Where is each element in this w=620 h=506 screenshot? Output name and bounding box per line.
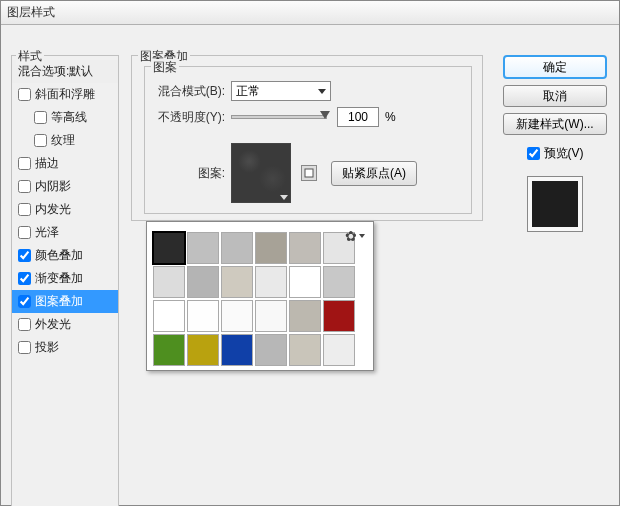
pattern-subgroup: 图案 混合模式(B): 正常 不透明度(Y): 100 % bbox=[144, 66, 472, 214]
styles-panel: 样式 混合选项:默认 斜面和浮雕等高线纹理描边内阴影内发光光泽颜色叠加渐变叠加图… bbox=[11, 55, 119, 506]
chevron-down-icon bbox=[280, 195, 288, 200]
pattern-swatch-item[interactable] bbox=[153, 300, 185, 332]
preview-checkbox-row[interactable]: 预览(V) bbox=[527, 145, 584, 162]
opacity-label: 不透明度(Y): bbox=[145, 109, 225, 126]
style-item-5[interactable]: 内发光 bbox=[12, 198, 118, 221]
slider-thumb-icon[interactable] bbox=[320, 111, 330, 119]
style-item-6[interactable]: 光泽 bbox=[12, 221, 118, 244]
preview-thumbnail-image bbox=[532, 181, 578, 227]
style-checkbox[interactable] bbox=[18, 203, 31, 216]
pattern-swatch-item[interactable] bbox=[255, 266, 287, 298]
gear-icon[interactable]: ✿ bbox=[345, 228, 365, 244]
style-item-label: 颜色叠加 bbox=[35, 247, 83, 264]
styles-label: 样式 bbox=[16, 48, 44, 65]
style-checkbox[interactable] bbox=[18, 249, 31, 262]
titlebar[interactable]: 图层样式 bbox=[1, 1, 619, 25]
pattern-swatch-item[interactable] bbox=[221, 334, 253, 366]
style-item-4[interactable]: 内阴影 bbox=[12, 175, 118, 198]
ok-button[interactable]: 确定 bbox=[503, 55, 607, 79]
style-item-label: 纹理 bbox=[51, 132, 75, 149]
pattern-swatch-item[interactable] bbox=[255, 232, 287, 264]
style-item-label: 描边 bbox=[35, 155, 59, 172]
style-checkbox[interactable] bbox=[18, 157, 31, 170]
pattern-swatch-item[interactable] bbox=[187, 232, 219, 264]
pattern-swatch-item[interactable] bbox=[289, 300, 321, 332]
new-preset-icon[interactable] bbox=[301, 165, 317, 181]
pattern-title-label: 图案: bbox=[145, 165, 225, 182]
style-item-3[interactable]: 描边 bbox=[12, 152, 118, 175]
style-item-label: 内发光 bbox=[35, 201, 71, 218]
pattern-overlay-group: 图案叠加 图案 混合模式(B): 正常 不透明度(Y): 100 % bbox=[131, 55, 483, 221]
pattern-swatch-item[interactable] bbox=[323, 334, 355, 366]
pattern-swatch-item[interactable] bbox=[187, 300, 219, 332]
window-title: 图层样式 bbox=[7, 4, 55, 21]
snap-origin-button[interactable]: 贴紧原点(A) bbox=[331, 161, 417, 186]
style-item-2[interactable]: 纹理 bbox=[12, 129, 118, 152]
pattern-swatch-item[interactable] bbox=[289, 266, 321, 298]
styles-list: 混合选项:默认 斜面和浮雕等高线纹理描边内阴影内发光光泽颜色叠加渐变叠加图案叠加… bbox=[12, 56, 118, 363]
style-item-11[interactable]: 投影 bbox=[12, 336, 118, 359]
preview-label: 预览(V) bbox=[544, 145, 584, 162]
style-checkbox[interactable] bbox=[18, 180, 31, 193]
style-item-label: 图案叠加 bbox=[35, 293, 83, 310]
style-checkbox[interactable] bbox=[18, 226, 31, 239]
pattern-swatch-item[interactable] bbox=[153, 334, 185, 366]
pattern-swatch-item[interactable] bbox=[187, 266, 219, 298]
style-item-8[interactable]: 渐变叠加 bbox=[12, 267, 118, 290]
pattern-subgroup-label: 图案 bbox=[151, 59, 179, 76]
blending-options-label: 混合选项:默认 bbox=[18, 63, 93, 80]
pattern-swatch-item[interactable] bbox=[187, 334, 219, 366]
layer-style-dialog: 图层样式 样式 混合选项:默认 斜面和浮雕等高线纹理描边内阴影内发光光泽颜色叠加… bbox=[0, 0, 620, 506]
style-checkbox[interactable] bbox=[18, 341, 31, 354]
style-item-10[interactable]: 外发光 bbox=[12, 313, 118, 336]
style-checkbox[interactable] bbox=[34, 111, 47, 124]
style-checkbox[interactable] bbox=[18, 318, 31, 331]
cancel-button[interactable]: 取消 bbox=[503, 85, 607, 107]
style-item-0[interactable]: 斜面和浮雕 bbox=[12, 83, 118, 106]
style-item-1[interactable]: 等高线 bbox=[12, 106, 118, 129]
pattern-swatch-item[interactable] bbox=[289, 232, 321, 264]
pattern-swatch-item[interactable] bbox=[289, 334, 321, 366]
style-item-label: 内阴影 bbox=[35, 178, 71, 195]
style-checkbox[interactable] bbox=[18, 88, 31, 101]
chevron-down-icon bbox=[359, 234, 365, 238]
opacity-suffix: % bbox=[385, 110, 396, 124]
pattern-swatch[interactable] bbox=[231, 143, 291, 203]
pattern-grid bbox=[153, 232, 367, 366]
blend-mode-value: 正常 bbox=[236, 83, 260, 100]
opacity-input[interactable]: 100 bbox=[337, 107, 379, 127]
pattern-swatch-item[interactable] bbox=[153, 266, 185, 298]
svg-rect-0 bbox=[305, 169, 313, 177]
chevron-down-icon bbox=[318, 89, 326, 94]
pattern-picker-popup: ✿ bbox=[146, 221, 374, 371]
style-item-label: 等高线 bbox=[51, 109, 87, 126]
style-checkbox[interactable] bbox=[18, 272, 31, 285]
style-checkbox[interactable] bbox=[18, 295, 31, 308]
blend-mode-combo[interactable]: 正常 bbox=[231, 81, 331, 101]
style-item-label: 外发光 bbox=[35, 316, 71, 333]
style-item-label: 光泽 bbox=[35, 224, 59, 241]
style-item-7[interactable]: 颜色叠加 bbox=[12, 244, 118, 267]
dialog-body: 样式 混合选项:默认 斜面和浮雕等高线纹理描边内阴影内发光光泽颜色叠加渐变叠加图… bbox=[1, 25, 619, 505]
right-column: 确定 取消 新建样式(W)... 预览(V) bbox=[501, 55, 609, 232]
pattern-swatch-item[interactable] bbox=[221, 232, 253, 264]
blend-mode-label: 混合模式(B): bbox=[145, 83, 225, 100]
preview-checkbox[interactable] bbox=[527, 147, 540, 160]
preview-thumbnail bbox=[527, 176, 583, 232]
opacity-slider[interactable] bbox=[231, 115, 327, 119]
style-item-label: 渐变叠加 bbox=[35, 270, 83, 287]
pattern-swatch-item[interactable] bbox=[153, 232, 185, 264]
style-item-9[interactable]: 图案叠加 bbox=[12, 290, 118, 313]
style-item-label: 投影 bbox=[35, 339, 59, 356]
pattern-swatch-item[interactable] bbox=[255, 334, 287, 366]
pattern-swatch-item[interactable] bbox=[221, 266, 253, 298]
pattern-swatch-item[interactable] bbox=[323, 300, 355, 332]
pattern-swatch-item[interactable] bbox=[323, 266, 355, 298]
pattern-swatch-item[interactable] bbox=[221, 300, 253, 332]
style-item-label: 斜面和浮雕 bbox=[35, 86, 95, 103]
pattern-swatch-item[interactable] bbox=[255, 300, 287, 332]
new-style-button[interactable]: 新建样式(W)... bbox=[503, 113, 607, 135]
style-checkbox[interactable] bbox=[34, 134, 47, 147]
